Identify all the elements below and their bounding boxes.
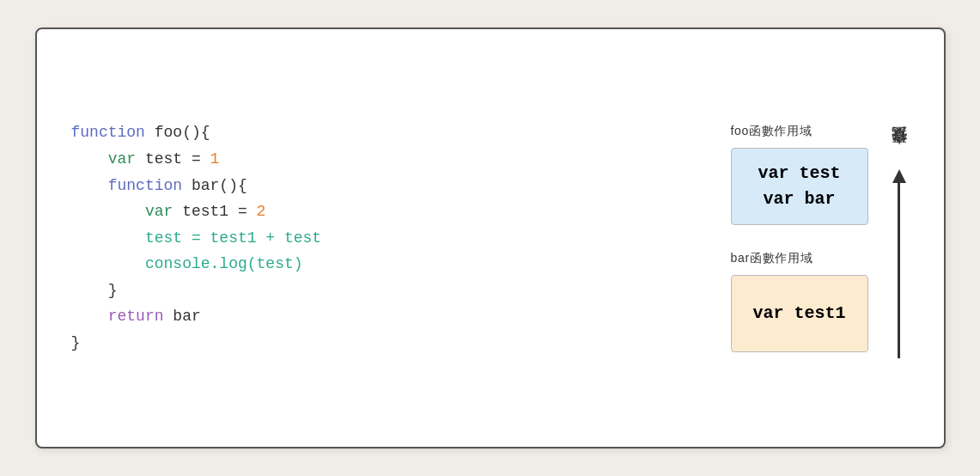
code-token: test1 = (173, 203, 256, 220)
code-token: bar(){ (182, 177, 247, 194)
arrow-label: 查找變量 (889, 151, 910, 157)
code-token (71, 177, 108, 194)
diagram-panel: foo函數作用域 var test var bar bar函數作用域 var t… (731, 118, 910, 358)
code-token (71, 203, 145, 220)
scopes-column: foo函數作用域 var test var bar bar函數作用域 var t… (731, 124, 868, 352)
foo-scope-group: foo函數作用域 var test var bar (731, 124, 868, 225)
code-token: } (71, 282, 118, 299)
code-token: test = test1 + test (145, 229, 321, 247)
code-line: var test1 = 2 (71, 198, 679, 225)
code-line: test = test1 + test (71, 225, 679, 252)
code-line: var test = 1 (71, 146, 679, 173)
code-token: foo(){ (145, 124, 210, 141)
arrow-column: 查找變量 (889, 118, 910, 358)
code-token: return (108, 308, 164, 325)
code-token (71, 308, 108, 325)
bar-scope-group: bar函數作用域 var test1 (731, 251, 868, 352)
code-line: } (71, 330, 679, 357)
code-line: return bar (71, 303, 679, 330)
code-token: test = (136, 150, 210, 168)
code-line: console.log(test) (71, 251, 679, 278)
main-card: function foo(){ var test = 1 function ba… (35, 27, 946, 449)
code-token: function (71, 124, 145, 141)
code-token: console.log(test) (145, 255, 303, 272)
code-line: function foo(){ (71, 119, 679, 146)
code-token: 1 (210, 150, 220, 168)
code-line: function bar(){ (71, 173, 679, 199)
foo-scope-content: var test var bar (758, 161, 840, 212)
bar-scope-box: var test1 (731, 275, 868, 352)
code-line: } (71, 278, 679, 304)
code-token: 2 (257, 203, 266, 220)
code-token: var (108, 150, 136, 168)
bar-scope-content: var test1 (752, 301, 845, 326)
foo-scope-label: foo函數作用域 (731, 124, 868, 139)
arrow-head-icon (892, 169, 906, 183)
arrow-line (892, 169, 906, 358)
code-token (71, 150, 108, 168)
code-token (71, 229, 145, 247)
code-panel: function foo(){ var test = 1 function ba… (71, 119, 679, 356)
code-token: function (108, 177, 182, 194)
arrow-shaft (898, 183, 900, 358)
bar-scope-label: bar函數作用域 (731, 251, 868, 266)
code-token: var (145, 203, 173, 220)
code-token: } (71, 334, 81, 351)
code-token (71, 255, 145, 272)
foo-scope-box: var test var bar (731, 148, 868, 225)
code-token: bar (164, 308, 201, 325)
